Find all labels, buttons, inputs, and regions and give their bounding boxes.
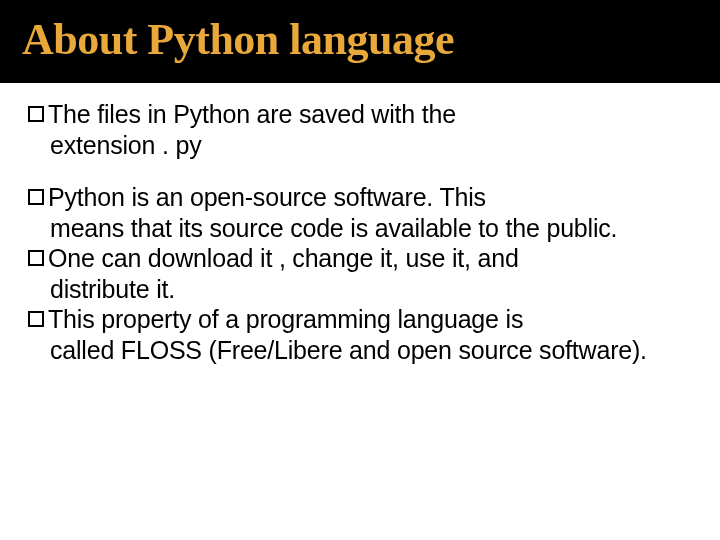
bullet-text: Python is an open-source software. This [48, 182, 486, 213]
bullet-text: The files in Python are saved with the [48, 99, 456, 130]
bullet-text: This property of a programming language … [48, 304, 523, 335]
bullet-continuation: distribute it. [50, 274, 692, 305]
bullet-continuation: means that its source code is available … [50, 213, 692, 244]
slide-title: About Python language [22, 14, 700, 65]
list-item: Python is an open-source software. This [28, 182, 692, 213]
bullet-text: One can download it , change it, use it,… [48, 243, 519, 274]
checkbox-icon [28, 311, 44, 327]
checkbox-icon [28, 106, 44, 122]
slide-content: The files in Python are saved with the e… [0, 83, 720, 365]
checkbox-icon [28, 250, 44, 266]
list-item: One can download it , change it, use it,… [28, 243, 692, 274]
bullet-group: The files in Python are saved with the e… [28, 99, 692, 160]
title-bar: About Python language [0, 0, 720, 83]
bullet-continuation: extension . py [50, 130, 692, 161]
list-item: The files in Python are saved with the [28, 99, 692, 130]
list-item: This property of a programming language … [28, 304, 692, 335]
checkbox-icon [28, 189, 44, 205]
bullet-group: Python is an open-source software. This … [28, 182, 692, 365]
bullet-continuation: called FLOSS (Free/Libere and open sourc… [50, 335, 692, 366]
